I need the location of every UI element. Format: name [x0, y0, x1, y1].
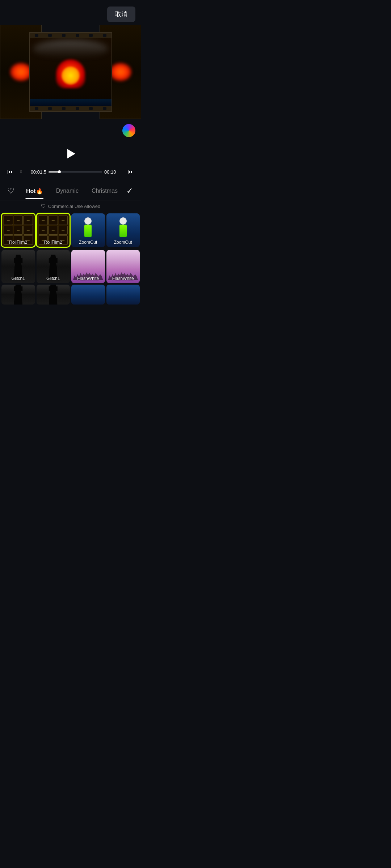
tv-monitor: [14, 216, 23, 225]
sprocket: [35, 107, 38, 110]
shield-icon: 🛡: [41, 203, 46, 209]
film-frame-center: [29, 32, 112, 112]
sprockets-top: [30, 33, 112, 38]
tv-monitor: [39, 216, 48, 225]
sprocket: [62, 107, 66, 110]
partial-effect-3[interactable]: [71, 285, 105, 305]
top-bar: 取消: [0, 0, 141, 25]
effect-label: FlashWhite: [106, 276, 140, 281]
snowboarder-head: [84, 217, 92, 225]
timeline-track[interactable]: [49, 171, 102, 173]
tv-monitor: [4, 226, 13, 235]
snowboarder: [79, 217, 97, 243]
tab-christmas[interactable]: Christmas: [85, 186, 124, 196]
effect-zoomout-1[interactable]: ZoomOut: [71, 213, 105, 247]
fire-effect-left: [10, 63, 32, 81]
play-controls: [0, 141, 141, 165]
effect-label: ZoomOut: [71, 240, 105, 245]
soldier-silhouette: [46, 255, 60, 278]
tab-dynamic[interactable]: Dynamic: [50, 186, 85, 196]
confirm-button[interactable]: ✓: [124, 185, 135, 197]
effect-rollfilm2-1[interactable]: RollFilm2: [1, 213, 35, 247]
favorites-tab[interactable]: ♡: [6, 184, 20, 198]
soldier-silhouette-partial: [11, 285, 25, 305]
sprocket: [89, 107, 93, 110]
tab-christmas-label: Christmas: [92, 188, 118, 194]
skip-to-start-button[interactable]: ⏮: [5, 167, 15, 177]
snowboarder: [114, 217, 132, 243]
total-time: 00:10: [104, 169, 124, 175]
partial-thumbnail: [37, 285, 70, 305]
tv-monitor: [39, 226, 48, 235]
smoke-effect: [33, 40, 108, 58]
current-time: 00:01.5: [27, 169, 46, 175]
partial-effect-2[interactable]: [37, 285, 70, 305]
skip-to-end-button[interactable]: ⏭: [126, 167, 136, 177]
tv-monitor: [49, 216, 58, 225]
skip-end-icon: ⏭: [128, 169, 134, 175]
sprocket: [48, 107, 52, 110]
film-strip-container: [0, 25, 141, 119]
effects-grid-partial: [0, 285, 141, 306]
effects-grid-row2: Glitch1 Glitch1 FlashWhite FlashWhite: [0, 248, 141, 285]
commercial-badge: 🛡 Commercial Use Allowed: [0, 200, 141, 212]
fire-image: [30, 38, 112, 106]
effect-zoomout-2[interactable]: ZoomOut: [106, 213, 140, 247]
effect-label: FlashWhite: [71, 276, 105, 281]
sprocket: [103, 107, 106, 110]
partial-effect-1[interactable]: [1, 285, 35, 305]
partial-effect-4[interactable]: [106, 285, 140, 305]
tv-monitor: [24, 216, 33, 225]
effect-label: RollFilm2: [37, 240, 70, 245]
partial-thumbnail: [106, 285, 140, 305]
category-tabs: ♡ Hot🔥 Dynamic Christmas ✓: [0, 180, 141, 200]
effect-flashwhite-1[interactable]: FlashWhite: [71, 250, 105, 284]
commercial-text: Commercial Use Allowed: [48, 204, 101, 209]
audio-bar: [0, 120, 141, 141]
snowboarder-body: [84, 225, 92, 237]
effects-grid-row1: RollFilm2 RollFilm2 ZoomOut: [0, 212, 141, 248]
tv-monitor: [59, 226, 68, 235]
fire-effect-right: [110, 63, 131, 81]
effect-glitch1-2[interactable]: Glitch1: [37, 250, 70, 284]
timeline-bar: ⏮ 0 00:01.5 00:10 ⏭: [0, 165, 141, 180]
timeline-playhead: [58, 170, 61, 173]
tv-monitor: [59, 216, 68, 225]
play-button[interactable]: [63, 146, 79, 162]
siri-icon[interactable]: [122, 124, 135, 137]
video-preview: [0, 25, 141, 119]
snowboarder-head: [119, 217, 127, 225]
fire-ball: [49, 56, 92, 88]
sprocket: [76, 107, 79, 110]
skip-start-icon: ⏮: [7, 169, 13, 175]
effect-flashwhite-2[interactable]: FlashWhite: [106, 250, 140, 284]
effect-glitch1-1[interactable]: Glitch1: [1, 250, 35, 284]
partial-thumbnail: [71, 285, 105, 305]
sprocket: [76, 34, 79, 37]
tab-hot-label: Hot🔥: [26, 188, 43, 194]
sprocket: [48, 34, 52, 37]
frame-number: 0: [17, 170, 25, 174]
tv-monitor: [24, 226, 33, 235]
play-icon: [67, 149, 75, 158]
effect-label: ZoomOut: [106, 240, 140, 245]
soldier-silhouette-partial: [46, 285, 60, 305]
effect-rollfilm2-2[interactable]: RollFilm2: [37, 213, 70, 247]
sprockets-bottom: [30, 106, 112, 111]
cancel-button[interactable]: 取消: [107, 7, 135, 22]
tv-monitor: [14, 226, 23, 235]
sprocket: [35, 34, 38, 37]
tv-monitor: [49, 226, 58, 235]
tab-dynamic-label: Dynamic: [56, 188, 79, 194]
effect-label: Glitch1: [37, 276, 70, 281]
sprocket: [103, 34, 106, 37]
tab-hot[interactable]: Hot🔥: [20, 186, 50, 197]
water-effect: [30, 99, 112, 106]
snowboarder-body: [119, 225, 127, 237]
sprocket: [89, 34, 93, 37]
partial-thumbnail: [1, 285, 35, 305]
soldier-silhouette: [11, 255, 25, 278]
effect-label: RollFilm2: [1, 240, 35, 245]
effect-label: Glitch1: [1, 276, 35, 281]
tv-monitor: [4, 216, 13, 225]
